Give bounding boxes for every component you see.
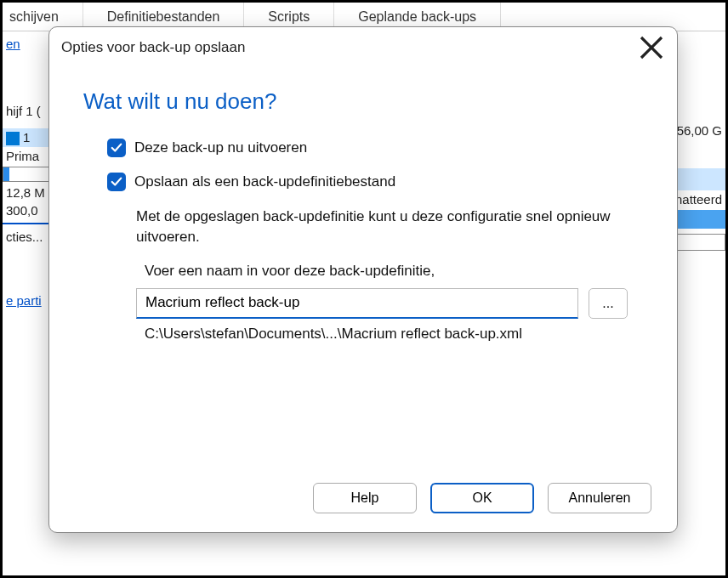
check-icon [111, 142, 122, 154]
save-backup-options-dialog: Opties voor back-up opslaan Wat wilt u n… [48, 26, 678, 533]
bg-cties: cties... [3, 228, 52, 246]
bg-size2: 300,0 [3, 201, 52, 219]
bg-link-parti[interactable]: e parti [3, 288, 52, 313]
close-icon [638, 34, 665, 61]
windows-icon [6, 132, 20, 145]
checkbox-run-now[interactable] [107, 139, 126, 157]
checkbox-run-now-label: Deze back-up nu uitvoeren [134, 139, 307, 156]
cancel-button[interactable]: Annuleren [548, 483, 651, 513]
definition-path: C:\Users\stefan\Documents\...\Macrium re… [145, 326, 643, 343]
bg-row-prima: Prima [3, 147, 52, 165]
definition-explain-text: Met de opgeslagen back-updefinitie kunt … [136, 207, 612, 247]
dialog-heading: Wat wilt u nu doen? [83, 88, 643, 115]
help-button[interactable]: Help [313, 483, 417, 513]
checkbox-save-definition[interactable] [107, 173, 126, 191]
browse-button[interactable]: ... [589, 288, 628, 319]
bg-size1: 12,8 M [3, 184, 52, 201]
bg-row-1: 1 [3, 128, 52, 147]
dialog-title: Opties voor back-up opslaan [61, 39, 638, 56]
bg-link-en[interactable]: en [3, 31, 52, 56]
name-prompt: Voer een naam in voor deze back-updefini… [145, 263, 643, 280]
checkbox-save-definition-label: Opslaan als een back-updefinitiebestand [134, 173, 395, 190]
check-icon [111, 176, 122, 188]
bg-usage-bar [3, 167, 52, 182]
background-left-column: en hijf 1 ( 1 Prima 12,8 M 300,0 cties..… [3, 31, 52, 575]
close-button[interactable] [638, 36, 665, 60]
ok-button[interactable]: OK [430, 483, 534, 513]
definition-name-input[interactable] [136, 288, 578, 319]
bg-disk-label: hijf 1 ( [3, 102, 52, 120]
